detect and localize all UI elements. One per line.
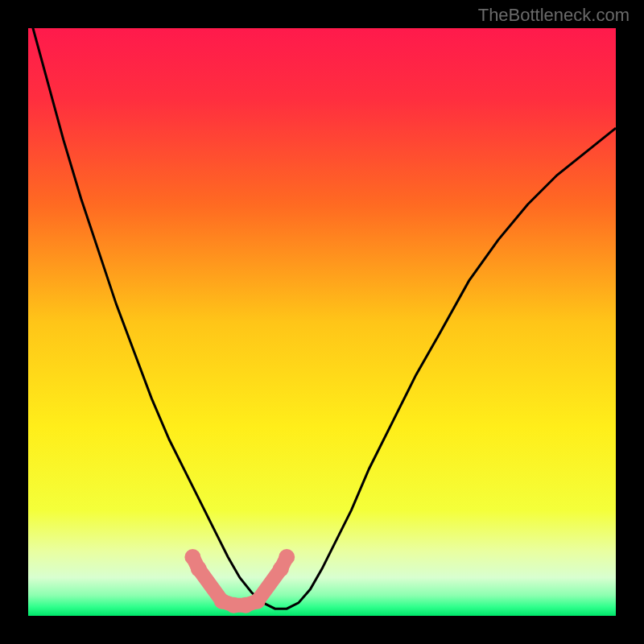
highlight-marker [191, 561, 207, 577]
highlight-marker [279, 549, 295, 565]
chart-background [28, 28, 616, 616]
chart-svg [28, 28, 616, 616]
chart-plot-area [28, 28, 616, 616]
highlight-marker [250, 593, 266, 609]
watermark-text: TheBottleneck.com [478, 5, 630, 26]
